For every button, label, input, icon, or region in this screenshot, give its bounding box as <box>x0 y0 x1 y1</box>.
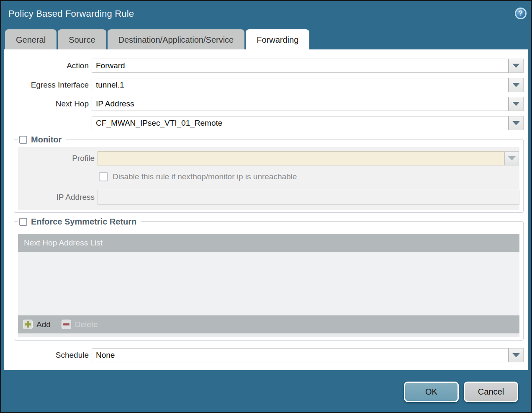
enforce-symmetric-return-label: Enforce Symmetric Return <box>31 217 136 227</box>
monitor-panel: Profile Disable this rule if nexthop/mon… <box>18 147 519 210</box>
next-hop-address-list-table: Next Hop Address List Add Delete <box>18 234 519 337</box>
tab-general[interactable]: General <box>5 29 57 51</box>
action-select[interactable]: Forward <box>92 59 509 73</box>
monitor-checkbox[interactable] <box>19 136 27 144</box>
disable-rule-checkbox <box>99 172 108 181</box>
add-button[interactable]: Add <box>23 320 51 329</box>
tab-bar: General Source Destination/Application/S… <box>5 29 311 51</box>
action-dropdown-button[interactable] <box>509 59 524 73</box>
dialog-title: Policy Based Forwarding Rule <box>8 8 134 19</box>
tab-destination-application-service[interactable]: Destination/Application/Service <box>108 29 245 51</box>
monitor-ip-address-label: IP Address <box>18 190 95 205</box>
policy-based-forwarding-dialog: Policy Based Forwarding Rule ? General S… <box>1 1 531 412</box>
chevron-down-icon <box>512 64 520 68</box>
chevron-down-icon <box>512 83 520 87</box>
next-hop-address-list-body <box>18 252 519 315</box>
schedule-label: Schedule <box>4 348 89 362</box>
cancel-button[interactable]: Cancel <box>464 382 518 402</box>
add-button-label: Add <box>36 320 51 329</box>
disable-rule-label: Disable this rule if nexthop/monitor ip … <box>113 172 297 181</box>
next-hop-address-list-header: Next Hop Address List <box>18 234 519 252</box>
egress-interface-select[interactable]: tunnel.1 <box>92 78 509 92</box>
next-hop-label: Next Hop <box>4 97 89 111</box>
next-hop-address-list-toolbar: Add Delete <box>18 315 519 333</box>
chevron-down-icon <box>512 353 520 357</box>
plus-icon <box>23 320 33 329</box>
help-icon[interactable]: ? <box>515 8 527 19</box>
schedule-dropdown-button[interactable] <box>509 348 524 362</box>
next-hop-type-select[interactable]: IP Address <box>92 97 509 111</box>
monitor-profile-select <box>98 151 504 165</box>
monitor-profile-label: Profile <box>18 151 95 165</box>
next-hop-dropdown-button[interactable] <box>509 97 524 111</box>
next-hop-address-dropdown-button[interactable] <box>509 116 524 130</box>
tab-forwarding[interactable]: Forwarding <box>246 29 309 51</box>
schedule-select[interactable]: None <box>92 348 509 362</box>
delete-button: Delete <box>62 320 98 329</box>
egress-interface-label: Egress Interface <box>4 78 89 92</box>
egress-interface-dropdown-button[interactable] <box>509 78 524 92</box>
enforce-symmetric-return-checkbox[interactable] <box>19 218 27 226</box>
chevron-down-icon <box>512 102 520 106</box>
screen: Policy Based Forwarding Rule ? General S… <box>0 0 532 413</box>
next-hop-address-select[interactable]: CF_MWAN_IPsec_VTI_01_Remote <box>92 116 509 130</box>
monitor-ip-address-input <box>98 190 519 205</box>
table-bottom-strip <box>18 333 519 337</box>
monitor-label: Monitor <box>31 135 62 145</box>
enforce-symmetric-return-legend: Enforce Symmetric Return <box>18 216 141 227</box>
delete-button-label: Delete <box>75 320 98 329</box>
forwarding-tab-panel: Action Forward Egress Interface tunnel.1… <box>4 49 528 370</box>
ok-button[interactable]: OK <box>404 382 459 402</box>
action-label: Action <box>4 59 89 73</box>
chevron-down-icon <box>508 156 516 160</box>
chevron-down-icon <box>512 121 520 125</box>
monitor-profile-dropdown-button <box>504 151 519 165</box>
monitor-legend: Monitor <box>18 134 66 145</box>
minus-icon <box>62 320 71 329</box>
tab-source[interactable]: Source <box>58 29 106 51</box>
